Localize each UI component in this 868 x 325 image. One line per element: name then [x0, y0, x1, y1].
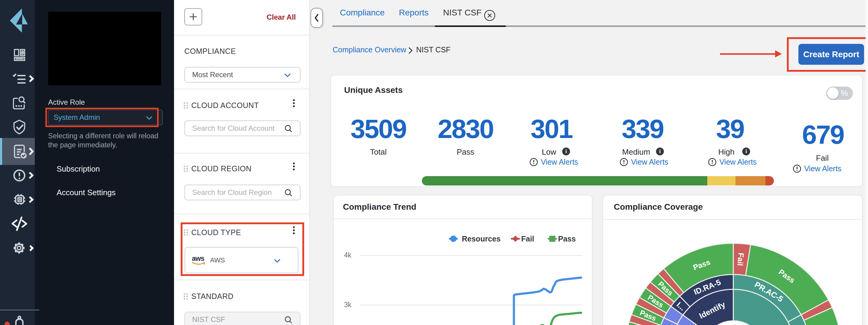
svg-text:i: i [659, 148, 661, 154]
svg-text:i: i [565, 148, 567, 154]
svg-text:i: i [745, 148, 747, 154]
svg-text:Fail: Fail [736, 252, 745, 266]
